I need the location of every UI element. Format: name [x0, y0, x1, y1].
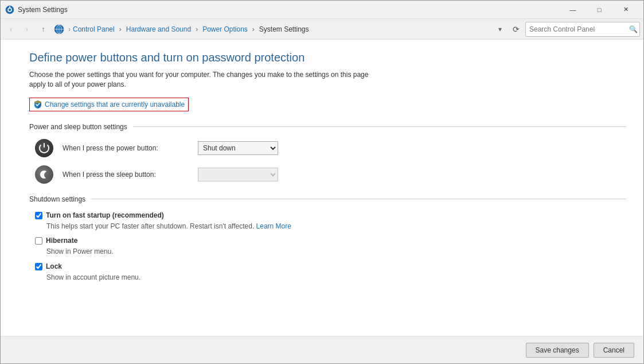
refresh-button[interactable]: ⟳: [509, 22, 523, 36]
breadcrumb-separator-3: ›: [252, 25, 255, 33]
save-button[interactable]: Save changes: [526, 343, 589, 358]
breadcrumb-hardware[interactable]: Hardware and Sound: [126, 25, 191, 33]
lock-row: Lock: [35, 262, 626, 270]
close-button[interactable]: ✕: [612, 1, 639, 19]
forward-button[interactable]: ›: [20, 22, 34, 36]
breadcrumb-current: System Settings: [259, 25, 309, 33]
addressbar: ‹ › ↑ › Control Panel › Hardware and Sou…: [1, 19, 643, 40]
shield-icon: [33, 100, 42, 109]
breadcrumb-separator-0: ›: [68, 25, 71, 33]
sleep-button-icon: [35, 165, 53, 184]
shutdown-settings: Turn on fast startup (recommended) This …: [29, 211, 626, 282]
cancel-button[interactable]: Cancel: [594, 343, 634, 358]
shutdown-section-header: Shutdown settings: [29, 195, 626, 203]
hibernate-row: Hibernate: [35, 237, 626, 245]
fast-startup-desc-text: This helps start your PC faster after sh…: [46, 222, 254, 230]
titlebar: System Settings — □ ✕: [1, 1, 643, 19]
lock-description: Show in account picture menu.: [46, 273, 626, 282]
hibernate-desc-text: Show in Power menu.: [46, 247, 114, 255]
hibernate-description: Show in Power menu.: [46, 247, 626, 257]
divider-line-1: [133, 126, 626, 127]
power-button-select[interactable]: Shut down Do nothing Sleep Hibernate Tur…: [198, 141, 278, 155]
search-container: 🔍: [525, 22, 640, 37]
power-sleep-section-header: Power and sleep button settings: [29, 123, 626, 131]
page-description: Choose the power settings that you want …: [29, 70, 373, 90]
fast-startup-label[interactable]: Turn on fast startup (recommended): [46, 211, 164, 219]
breadcrumb-dropdown-button[interactable]: ▾: [493, 22, 507, 36]
hibernate-checkbox[interactable]: [35, 237, 42, 245]
page-title: Define power buttons and turn on passwor…: [29, 51, 626, 64]
breadcrumb-separator-2: ›: [196, 25, 198, 33]
breadcrumb-control-panel[interactable]: Control Panel: [73, 25, 115, 33]
button-settings: When I press the power button: Shut down…: [29, 139, 626, 184]
power-button-icon: [35, 139, 53, 157]
search-input[interactable]: [525, 22, 640, 37]
fast-startup-row: Turn on fast startup (recommended): [35, 211, 626, 219]
sleep-button-label: When I press the sleep button:: [63, 171, 189, 179]
minimize-button[interactable]: —: [560, 1, 586, 19]
learn-more-link[interactable]: Learn More: [256, 222, 291, 230]
up-button[interactable]: ↑: [36, 22, 50, 36]
sleep-button-row: When I press the sleep button:: [35, 165, 626, 184]
fast-startup-checkbox[interactable]: [35, 212, 42, 219]
power-button-label: When I press the power button:: [63, 144, 189, 152]
content-area: Define power buttons and turn on passwor…: [1, 40, 643, 363]
hibernate-label[interactable]: Hibernate: [46, 237, 77, 245]
sleep-button-select[interactable]: [198, 168, 278, 181]
lock-desc-text: Show in account picture menu.: [46, 273, 140, 281]
back-button[interactable]: ‹: [4, 22, 18, 36]
lock-checkbox[interactable]: [35, 263, 42, 270]
breadcrumb-separator-1: ›: [119, 25, 122, 33]
change-settings-link[interactable]: Change settings that are currently unava…: [29, 98, 189, 111]
power-icon-inner: [44, 143, 45, 148]
moon-icon: [39, 169, 49, 180]
power-button-row: When I press the power button: Shut down…: [35, 139, 626, 157]
power-sleep-label: Power and sleep button settings: [29, 123, 127, 131]
app-icon: [5, 5, 14, 14]
shutdown-label: Shutdown settings: [29, 195, 85, 203]
lock-label[interactable]: Lock: [46, 262, 62, 270]
maximize-button[interactable]: □: [586, 1, 612, 19]
change-settings-text: Change settings that are currently unava…: [45, 100, 185, 109]
window-title: System Settings: [18, 6, 560, 14]
fast-startup-description: This helps start your PC faster after sh…: [46, 222, 626, 231]
window: System Settings — □ ✕ ‹ › ↑ › Control Pa…: [0, 0, 644, 364]
location-icon: [53, 24, 65, 35]
breadcrumb-power[interactable]: Power Options: [202, 25, 248, 33]
search-button[interactable]: 🔍: [629, 25, 638, 33]
footer: Save changes Cancel: [1, 336, 643, 363]
main-content: Define power buttons and turn on passwor…: [1, 40, 643, 336]
window-controls: — □ ✕: [560, 1, 639, 19]
divider-line-2: [91, 199, 626, 199]
